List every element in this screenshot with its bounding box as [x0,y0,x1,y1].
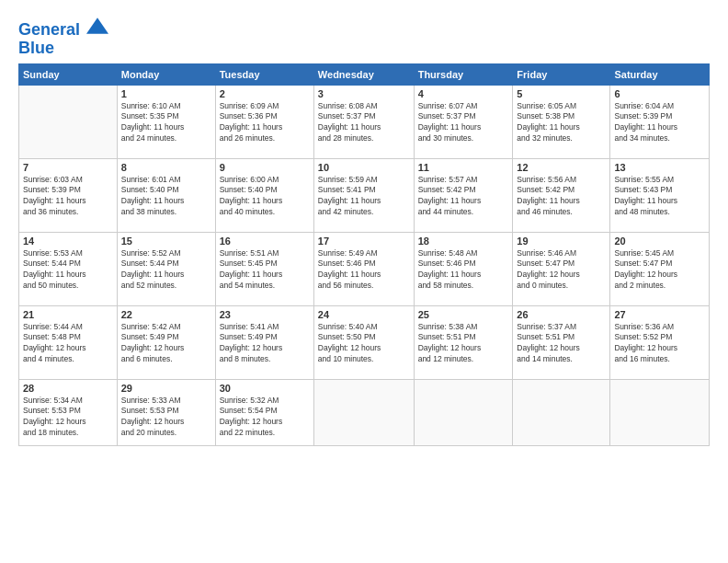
day-info: Sunrise: 5:34 AM Sunset: 5:53 PM Dayligh… [23,396,113,440]
day-info: Sunrise: 5:32 AM Sunset: 5:54 PM Dayligh… [220,396,310,440]
day-number: 10 [318,162,410,173]
day-info: Sunrise: 5:46 AM Sunset: 5:47 PM Dayligh… [517,248,606,293]
calendar-cell [610,379,710,445]
week-row-3: 14Sunrise: 5:53 AM Sunset: 5:44 PM Dayli… [19,232,710,305]
day-number: 22 [121,309,211,320]
day-info: Sunrise: 6:05 AM Sunset: 5:38 PM Dayligh… [517,101,606,145]
day-number: 28 [23,383,113,394]
day-number: 8 [121,162,211,173]
day-info: Sunrise: 6:00 AM Sunset: 5:40 PM Dayligh… [220,175,310,219]
logo-icon [86,17,108,35]
day-number: 2 [220,88,310,99]
day-number: 23 [220,309,310,320]
page: General Blue SundayMondayTuesdayWednesda… [0,0,728,563]
calendar-cell [313,379,414,445]
day-info: Sunrise: 5:37 AM Sunset: 5:51 PM Dayligh… [517,322,606,366]
day-info: Sunrise: 5:36 AM Sunset: 5:52 PM Dayligh… [614,322,705,366]
calendar-cell: 2Sunrise: 6:09 AM Sunset: 5:36 PM Daylig… [215,85,313,158]
calendar-cell: 8Sunrise: 6:01 AM Sunset: 5:40 PM Daylig… [117,158,215,232]
day-number: 3 [318,88,410,99]
calendar-table: SundayMondayTuesdayWednesdayThursdayFrid… [18,63,710,446]
calendar-cell: 27Sunrise: 5:36 AM Sunset: 5:52 PM Dayli… [610,305,710,379]
day-number: 25 [418,309,509,320]
week-row-2: 7Sunrise: 6:03 AM Sunset: 5:39 PM Daylig… [19,158,710,232]
day-number: 21 [23,309,113,320]
calendar-cell: 29Sunrise: 5:33 AM Sunset: 5:53 PM Dayli… [117,379,215,445]
weekday-header-sunday: Sunday [19,63,118,85]
day-number: 9 [220,162,310,173]
day-info: Sunrise: 6:03 AM Sunset: 5:39 PM Dayligh… [23,175,113,219]
calendar-cell: 24Sunrise: 5:40 AM Sunset: 5:50 PM Dayli… [313,305,414,379]
weekday-header-row: SundayMondayTuesdayWednesdayThursdayFrid… [19,63,710,85]
day-number: 18 [418,236,509,247]
day-number: 15 [121,236,211,247]
day-number: 27 [614,309,705,320]
logo-blue: Blue [18,40,108,58]
calendar-cell: 6Sunrise: 6:04 AM Sunset: 5:39 PM Daylig… [610,85,710,158]
weekday-header-saturday: Saturday [610,63,710,85]
calendar-cell: 25Sunrise: 5:38 AM Sunset: 5:51 PM Dayli… [414,305,513,379]
calendar-cell: 14Sunrise: 5:53 AM Sunset: 5:44 PM Dayli… [19,232,118,305]
calendar-cell [19,85,118,158]
day-number: 26 [517,309,606,320]
day-info: Sunrise: 5:42 AM Sunset: 5:49 PM Dayligh… [121,322,211,366]
day-info: Sunrise: 6:04 AM Sunset: 5:39 PM Dayligh… [614,101,705,145]
day-number: 7 [23,162,113,173]
calendar-cell: 22Sunrise: 5:42 AM Sunset: 5:49 PM Dayli… [117,305,215,379]
day-info: Sunrise: 5:40 AM Sunset: 5:50 PM Dayligh… [318,322,410,366]
calendar-cell: 1Sunrise: 6:10 AM Sunset: 5:35 PM Daylig… [117,85,215,158]
calendar-cell: 15Sunrise: 5:52 AM Sunset: 5:44 PM Dayli… [117,232,215,305]
day-number: 16 [220,236,310,247]
calendar-cell: 11Sunrise: 5:57 AM Sunset: 5:42 PM Dayli… [414,158,513,232]
day-info: Sunrise: 5:41 AM Sunset: 5:49 PM Dayligh… [220,322,310,366]
week-row-5: 28Sunrise: 5:34 AM Sunset: 5:53 PM Dayli… [19,379,710,445]
calendar-cell: 30Sunrise: 5:32 AM Sunset: 5:54 PM Dayli… [215,379,313,445]
svg-marker-0 [86,17,108,34]
day-info: Sunrise: 5:52 AM Sunset: 5:44 PM Dayligh… [121,248,211,293]
day-info: Sunrise: 5:55 AM Sunset: 5:43 PM Dayligh… [614,175,705,219]
day-number: 30 [220,383,310,394]
week-row-1: 1Sunrise: 6:10 AM Sunset: 5:35 PM Daylig… [19,85,710,158]
header: General Blue [18,15,710,58]
day-info: Sunrise: 6:07 AM Sunset: 5:37 PM Dayligh… [418,101,509,145]
calendar-cell: 20Sunrise: 5:45 AM Sunset: 5:47 PM Dayli… [610,232,710,305]
day-number: 5 [517,88,606,99]
day-info: Sunrise: 6:08 AM Sunset: 5:37 PM Dayligh… [318,101,410,145]
day-info: Sunrise: 5:57 AM Sunset: 5:42 PM Dayligh… [418,175,509,219]
day-info: Sunrise: 6:10 AM Sunset: 5:35 PM Dayligh… [121,101,211,145]
calendar-cell: 21Sunrise: 5:44 AM Sunset: 5:48 PM Dayli… [19,305,118,379]
calendar-cell [414,379,513,445]
calendar-cell [513,379,610,445]
day-info: Sunrise: 5:38 AM Sunset: 5:51 PM Dayligh… [418,322,509,366]
day-number: 1 [121,88,211,99]
weekday-header-monday: Monday [117,63,215,85]
day-info: Sunrise: 5:51 AM Sunset: 5:45 PM Dayligh… [220,248,310,293]
calendar-cell: 13Sunrise: 5:55 AM Sunset: 5:43 PM Dayli… [610,158,710,232]
logo-text: General [18,18,108,40]
day-info: Sunrise: 5:56 AM Sunset: 5:42 PM Dayligh… [517,175,606,219]
day-number: 6 [614,88,705,99]
day-info: Sunrise: 6:01 AM Sunset: 5:40 PM Dayligh… [121,175,211,219]
day-number: 14 [23,236,113,247]
weekday-header-tuesday: Tuesday [215,63,313,85]
day-info: Sunrise: 5:53 AM Sunset: 5:44 PM Dayligh… [23,248,113,293]
weekday-header-friday: Friday [513,63,610,85]
day-info: Sunrise: 5:44 AM Sunset: 5:48 PM Dayligh… [23,322,113,366]
day-info: Sunrise: 5:49 AM Sunset: 5:46 PM Dayligh… [318,248,410,293]
weekday-header-thursday: Thursday [414,63,513,85]
day-number: 19 [517,236,606,247]
calendar-cell: 3Sunrise: 6:08 AM Sunset: 5:37 PM Daylig… [313,85,414,158]
logo: General Blue [18,18,108,58]
day-info: Sunrise: 5:33 AM Sunset: 5:53 PM Dayligh… [121,396,211,440]
calendar-cell: 5Sunrise: 6:05 AM Sunset: 5:38 PM Daylig… [513,85,610,158]
weekday-header-wednesday: Wednesday [313,63,414,85]
day-info: Sunrise: 5:45 AM Sunset: 5:47 PM Dayligh… [614,248,705,293]
day-info: Sunrise: 6:09 AM Sunset: 5:36 PM Dayligh… [220,101,310,145]
day-number: 13 [614,162,705,173]
calendar-cell: 9Sunrise: 6:00 AM Sunset: 5:40 PM Daylig… [215,158,313,232]
day-number: 20 [614,236,705,247]
calendar-cell: 28Sunrise: 5:34 AM Sunset: 5:53 PM Dayli… [19,379,118,445]
day-info: Sunrise: 5:59 AM Sunset: 5:41 PM Dayligh… [318,175,410,219]
calendar-cell: 23Sunrise: 5:41 AM Sunset: 5:49 PM Dayli… [215,305,313,379]
calendar-cell: 12Sunrise: 5:56 AM Sunset: 5:42 PM Dayli… [513,158,610,232]
